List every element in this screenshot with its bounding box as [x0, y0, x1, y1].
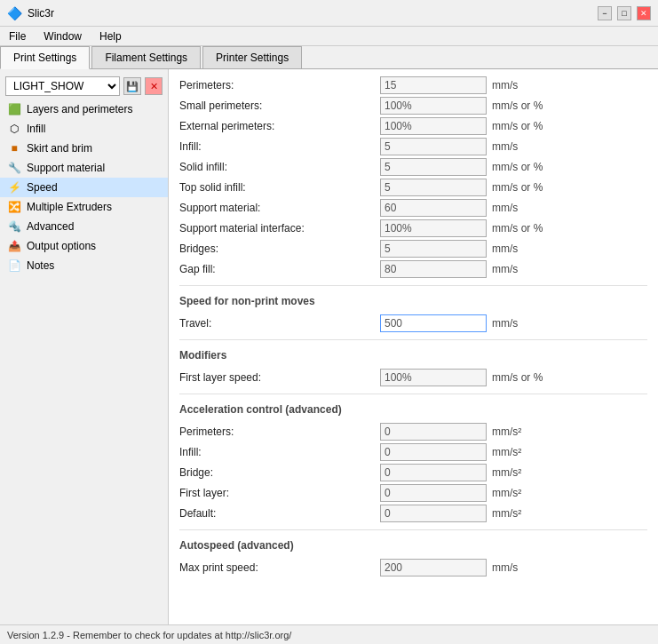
sidebar-item-speed[interactable]: ⚡ Speed	[0, 178, 168, 197]
input-accel-bridge[interactable]	[380, 464, 487, 481]
label-top-solid-infill: Top solid infill:	[179, 179, 375, 196]
tab-print-settings[interactable]: Print Settings	[0, 46, 90, 69]
sidebar-item-multiple-extruders[interactable]: 🔀 Multiple Extruders	[0, 197, 168, 217]
input-accel-first-layer[interactable]	[380, 484, 487, 502]
title-bar: 🔷 Slic3r − □ ✕	[0, 0, 658, 27]
input-external-perimeters[interactable]	[380, 117, 487, 135]
status-bar: Version 1.2.9 - Remember to check for up…	[0, 624, 658, 644]
sidebar-item-output-options[interactable]: 📤 Output options	[0, 236, 168, 256]
section-title-acceleration: Acceleration control (advanced)	[179, 403, 647, 417]
input-infill[interactable]	[380, 138, 487, 155]
app-title: Slic3r	[28, 7, 54, 20]
unit-solid-infill: mm/s or %	[492, 158, 647, 176]
divider-3	[179, 394, 647, 394]
sidebar-label-extruders: Multiple Extruders	[27, 201, 112, 213]
unit-support-material-interface: mm/s or %	[492, 219, 647, 237]
status-text: Version 1.2.9 - Remember to check for up…	[7, 630, 291, 640]
unit-accel-infill: mm/s²	[492, 443, 647, 461]
title-bar-left: 🔷 Slic3r	[7, 6, 54, 20]
autospeed-section: Max print speed: mm/s	[179, 559, 647, 576]
tab-filament-settings[interactable]: Filament Settings	[91, 46, 201, 68]
menu-window[interactable]: Window	[38, 28, 87, 44]
input-first-layer-speed[interactable]	[380, 369, 487, 386]
label-accel-default: Default:	[179, 505, 375, 522]
sidebar-item-infill[interactable]: ⬡ Infill	[0, 119, 168, 139]
advanced-icon: 🔩	[7, 219, 21, 234]
input-bridges[interactable]	[380, 240, 487, 258]
sidebar: LIGHT_SHOW 💾 ✕ 🟩 Layers and perimeters ⬡…	[0, 69, 169, 624]
delete-profile-button[interactable]: ✕	[145, 77, 163, 95]
notes-icon: 📄	[7, 258, 21, 273]
section-title-modifiers: Modifiers	[179, 349, 647, 363]
title-bar-controls: − □ ✕	[598, 6, 651, 20]
label-support-material: Support material:	[179, 199, 375, 217]
tab-bar: Print Settings Filament Settings Printer…	[0, 46, 658, 69]
divider-4	[179, 529, 647, 530]
section-title-autospeed: Autospeed (advanced)	[179, 539, 647, 553]
label-accel-perimeters: Perimeters:	[179, 423, 375, 441]
sidebar-item-skirt-brim[interactable]: ■ Skirt and brim	[0, 139, 168, 158]
label-max-print-speed: Max print speed:	[179, 559, 375, 576]
section-title-non-print: Speed for non-print moves	[179, 295, 647, 309]
acceleration-section: Perimeters: mm/s² Infill: mm/s² Bridge: …	[179, 423, 647, 522]
input-perimeters[interactable]	[380, 76, 487, 94]
sidebar-label-infill: Infill	[27, 123, 45, 135]
unit-accel-bridge: mm/s²	[492, 464, 647, 481]
sidebar-label-output: Output options	[27, 240, 96, 252]
save-profile-button[interactable]: 💾	[123, 77, 141, 95]
input-solid-infill[interactable]	[380, 158, 487, 176]
sidebar-label-notes: Notes	[27, 259, 54, 272]
profile-select[interactable]: LIGHT_SHOW	[5, 76, 120, 96]
sidebar-label-speed: Speed	[27, 181, 58, 194]
minimize-button[interactable]: −	[598, 6, 612, 20]
tab-printer-settings[interactable]: Printer Settings	[202, 46, 302, 68]
maximize-button[interactable]: □	[617, 6, 631, 20]
extruders-icon: 🔀	[7, 200, 21, 214]
label-first-layer-speed: First layer speed:	[179, 369, 375, 386]
infill-icon: ⬡	[7, 122, 21, 136]
unit-small-perimeters: mm/s or %	[492, 97, 647, 115]
unit-accel-perimeters: mm/s²	[492, 423, 647, 441]
label-accel-infill: Infill:	[179, 443, 375, 461]
menu-file[interactable]: File	[4, 28, 31, 44]
label-gap-fill: Gap fill:	[179, 260, 375, 278]
sidebar-item-support-material[interactable]: 🔧 Support material	[0, 158, 168, 178]
output-icon: 📤	[7, 239, 21, 253]
input-accel-default[interactable]	[380, 505, 487, 522]
save-icon: 💾	[126, 81, 139, 92]
menu-help[interactable]: Help	[94, 28, 127, 44]
label-bridges: Bridges:	[179, 240, 375, 258]
input-accel-perimeters[interactable]	[380, 423, 487, 441]
sidebar-item-notes[interactable]: 📄 Notes	[0, 256, 168, 275]
speed-icon: ⚡	[7, 180, 21, 195]
input-support-material[interactable]	[380, 199, 487, 217]
input-top-solid-infill[interactable]	[380, 179, 487, 196]
unit-accel-default: mm/s²	[492, 505, 647, 522]
input-support-material-interface[interactable]	[380, 219, 487, 237]
input-max-print-speed[interactable]	[380, 559, 487, 576]
main-content: LIGHT_SHOW 💾 ✕ 🟩 Layers and perimeters ⬡…	[0, 69, 658, 624]
support-icon: 🔧	[7, 161, 21, 175]
menu-bar: File Window Help	[0, 27, 658, 46]
close-button[interactable]: ✕	[637, 6, 651, 20]
sidebar-label-support: Support material	[27, 162, 105, 174]
label-accel-first-layer: First layer:	[179, 484, 375, 502]
input-travel[interactable]	[380, 314, 487, 332]
label-external-perimeters: External perimeters:	[179, 117, 375, 135]
unit-perimeters: mm/s	[492, 76, 647, 94]
label-small-perimeters: Small perimeters:	[179, 97, 375, 115]
sidebar-label-skirt: Skirt and brim	[27, 142, 92, 155]
divider-1	[179, 285, 647, 286]
label-accel-bridge: Bridge:	[179, 464, 375, 481]
sidebar-item-advanced[interactable]: 🔩 Advanced	[0, 217, 168, 236]
right-panel: Perimeters: mm/s Small perimeters: mm/s …	[169, 69, 658, 624]
label-travel: Travel:	[179, 314, 375, 332]
unit-gap-fill: mm/s	[492, 260, 647, 278]
input-small-perimeters[interactable]	[380, 97, 487, 115]
input-accel-infill[interactable]	[380, 443, 487, 461]
layers-icon: 🟩	[7, 102, 21, 116]
label-perimeters: Perimeters:	[179, 76, 375, 94]
unit-first-layer-speed: mm/s or %	[492, 369, 647, 386]
sidebar-item-layers-perimeters[interactable]: 🟩 Layers and perimeters	[0, 99, 168, 119]
input-gap-fill[interactable]	[380, 260, 487, 278]
